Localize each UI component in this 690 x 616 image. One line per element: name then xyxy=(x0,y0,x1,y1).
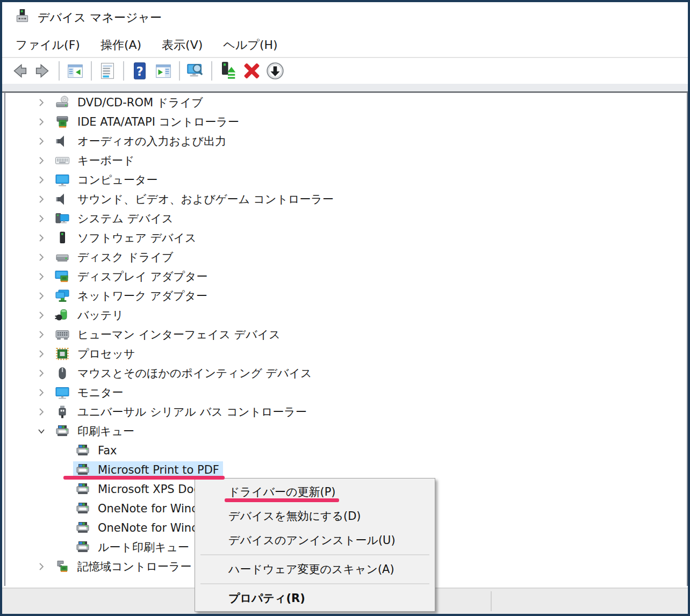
chevron-right-icon[interactable] xyxy=(36,135,47,148)
computer-icon xyxy=(54,173,70,187)
tree-item[interactable]: DVD/CD-ROM ドライブ xyxy=(5,93,687,112)
tree-item-label: バッテリ xyxy=(77,308,124,323)
tree-item[interactable]: Fax xyxy=(5,441,687,460)
chevron-down-icon[interactable] xyxy=(36,425,47,438)
tree-item[interactable]: ユニバーサル シリアル バス コントローラー xyxy=(5,402,687,422)
toolbar-separator xyxy=(211,61,212,81)
chevron-right-icon[interactable] xyxy=(36,173,47,186)
context-menu-item-disable-device[interactable]: デバイスを無効にする(D) xyxy=(195,504,435,528)
chevron-right-icon[interactable] xyxy=(36,347,47,360)
scan-hardware-icon xyxy=(185,61,206,81)
context-menu-item-scan-hardware-changes[interactable]: ハードウェア変更のスキャン(A) xyxy=(195,557,435,581)
ide-controller-icon xyxy=(54,115,70,129)
action-pane-button[interactable] xyxy=(152,59,175,83)
device-manager-window: デバイス マネージャー ファイル(F)操作(A)表示(V)ヘルプ(H) ? DV… xyxy=(0,0,690,616)
chevron-right-icon[interactable] xyxy=(36,405,47,418)
context-menu-item-uninstall-device[interactable]: デバイスのアンインストール(U) xyxy=(195,528,435,552)
context-menu-item-properties[interactable]: プロパティ(R) xyxy=(195,586,435,610)
tree-item-label: 記憶域コントローラー xyxy=(77,559,191,574)
tree-item-label: ネットワーク アダプター xyxy=(77,288,207,303)
keyboard-icon xyxy=(54,154,70,168)
chevron-right-icon[interactable] xyxy=(36,289,47,302)
tree-item-label: ユニバーサル シリアル バス コントローラー xyxy=(77,404,307,419)
status-bar-divider xyxy=(491,591,492,611)
chevron-right-icon[interactable] xyxy=(36,115,47,128)
update-driver-button[interactable] xyxy=(216,59,240,83)
tree-item[interactable]: マウスとそのほかのポインティング デバイス xyxy=(5,364,687,383)
tree-item-label: オーディオの入力および出力 xyxy=(77,134,226,149)
tree-item-label: Fax xyxy=(98,444,117,457)
audio-icon xyxy=(54,192,70,206)
chevron-right-icon[interactable] xyxy=(36,270,47,283)
hid-icon xyxy=(54,328,70,342)
tree-item[interactable]: ソフトウェア デバイス xyxy=(5,228,687,248)
chevron-right-icon[interactable] xyxy=(36,231,47,244)
tree-item-label: サウンド、ビデオ、およびゲーム コントローラー xyxy=(77,192,334,207)
tree-item-label: システム デバイス xyxy=(77,211,174,226)
tree-item-label: コンピューター xyxy=(77,172,157,187)
tree-item[interactable]: ヒューマン インターフェイス デバイス xyxy=(5,325,687,344)
battery-icon xyxy=(54,308,70,322)
help-button[interactable]: ? xyxy=(128,59,152,83)
printer-icon xyxy=(54,424,70,438)
help-icon: ? xyxy=(130,61,150,81)
chevron-right-icon[interactable] xyxy=(36,328,47,341)
tree-item[interactable]: キーボード xyxy=(5,151,687,170)
tree-item[interactable]: モニター xyxy=(5,383,687,402)
tree-item-label: Microsoft Print to PDF xyxy=(98,463,219,476)
mouse-icon xyxy=(54,366,70,380)
menubar-item-view[interactable]: 表示(V) xyxy=(152,33,213,57)
menu-bar: ファイル(F)操作(A)表示(V)ヘルプ(H) xyxy=(2,33,688,57)
tree-item[interactable]: オーディオの入力および出力 xyxy=(5,132,687,151)
chevron-right-icon[interactable] xyxy=(36,212,47,225)
tree-item[interactable]: システム デバイス xyxy=(5,209,687,228)
tree-item-label: ディスク ドライブ xyxy=(77,250,174,265)
tree-item-label: OneNote for Wind xyxy=(98,502,198,515)
chevron-right-icon[interactable] xyxy=(36,96,47,109)
disk-drive-icon xyxy=(54,250,70,264)
chevron-right-icon[interactable] xyxy=(36,154,47,167)
tree-item[interactable]: 印刷キュー xyxy=(5,422,687,441)
chevron-right-icon[interactable] xyxy=(36,560,47,573)
tree-item-label: Microsoft XPS Doc xyxy=(98,483,200,496)
usb-icon xyxy=(54,405,70,419)
menubar-item-help[interactable]: ヘルプ(H) xyxy=(213,33,288,57)
console-tree-button[interactable] xyxy=(63,59,87,83)
tree-item[interactable]: IDE ATA/ATAPI コントローラー xyxy=(5,112,687,132)
monitor-icon xyxy=(54,386,70,400)
disable-icon xyxy=(265,61,285,81)
tree-item-label: 印刷キュー xyxy=(77,424,134,439)
uninstall-icon xyxy=(241,61,262,81)
tree-item[interactable]: プロセッサ xyxy=(5,344,687,364)
display-adapter-icon xyxy=(54,270,70,284)
tree-item-label: IDE ATA/ATAPI コントローラー xyxy=(77,114,239,129)
tree-item[interactable]: サウンド、ビデオ、およびゲーム コントローラー xyxy=(5,190,687,209)
uninstall-button[interactable] xyxy=(240,59,263,83)
tree-item[interactable]: ネットワーク アダプター xyxy=(5,286,687,306)
menubar-item-file[interactable]: ファイル(F) xyxy=(5,33,90,57)
toolbar-separator xyxy=(59,61,60,81)
chevron-right-icon[interactable] xyxy=(36,386,47,399)
scan-hardware-button[interactable] xyxy=(184,59,207,83)
tree-item[interactable]: バッテリ xyxy=(5,306,687,325)
chevron-right-icon[interactable] xyxy=(36,251,47,264)
update-driver-icon xyxy=(218,61,238,81)
chevron-right-icon[interactable] xyxy=(36,193,47,206)
menubar-item-action[interactable]: 操作(A) xyxy=(90,33,152,57)
forward-button[interactable] xyxy=(31,59,55,83)
back-button[interactable] xyxy=(8,59,31,83)
back-icon xyxy=(9,61,30,81)
chevron-right-icon[interactable] xyxy=(36,367,47,380)
list-button[interactable] xyxy=(96,59,119,83)
tree-item[interactable]: コンピューター xyxy=(5,170,687,190)
console-tree-icon xyxy=(65,61,85,81)
chevron-right-icon[interactable] xyxy=(36,309,47,322)
annotation-underline-print-to-pdf xyxy=(63,476,225,480)
tree-item[interactable]: ディスク ドライブ xyxy=(5,248,687,267)
network-adapter-icon xyxy=(54,289,70,303)
disable-button[interactable] xyxy=(263,59,287,83)
tree-item[interactable]: ディスプレイ アダプター xyxy=(5,267,687,286)
tree-item-label: マウスとそのほかのポインティング デバイス xyxy=(77,366,312,381)
tree-item-label: ソフトウェア デバイス xyxy=(77,230,197,245)
toolbar-separator xyxy=(123,61,124,81)
